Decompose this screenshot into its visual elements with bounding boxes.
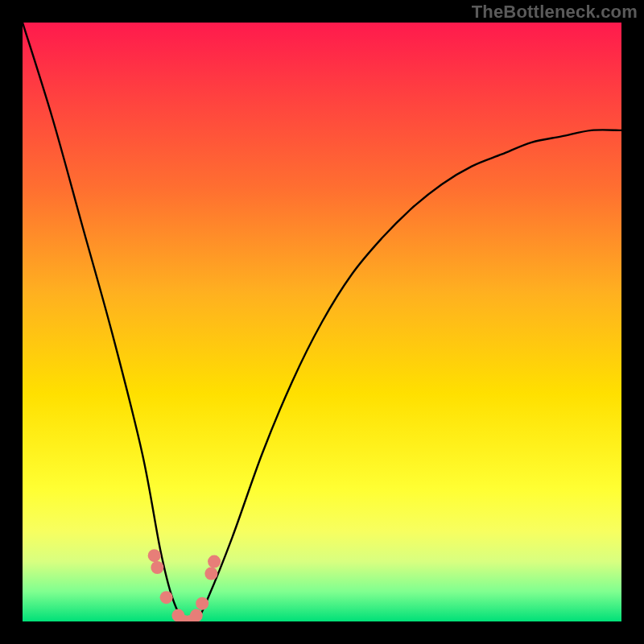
highlight-dot	[208, 555, 221, 568]
highlight-dot	[196, 597, 208, 610]
watermark-text: TheBottleneck.com	[472, 2, 638, 23]
highlight-dot	[190, 609, 203, 621]
highlight-dot	[148, 549, 161, 562]
plot-area	[23, 23, 621, 621]
highlight-dot	[151, 561, 163, 574]
chart-frame: TheBottleneck.com	[0, 0, 644, 644]
highlight-dots	[148, 549, 221, 621]
curve-layer	[23, 23, 621, 621]
highlight-dot	[160, 591, 173, 604]
highlight-dot	[204, 568, 217, 580]
bottleneck-curve	[23, 23, 621, 621]
